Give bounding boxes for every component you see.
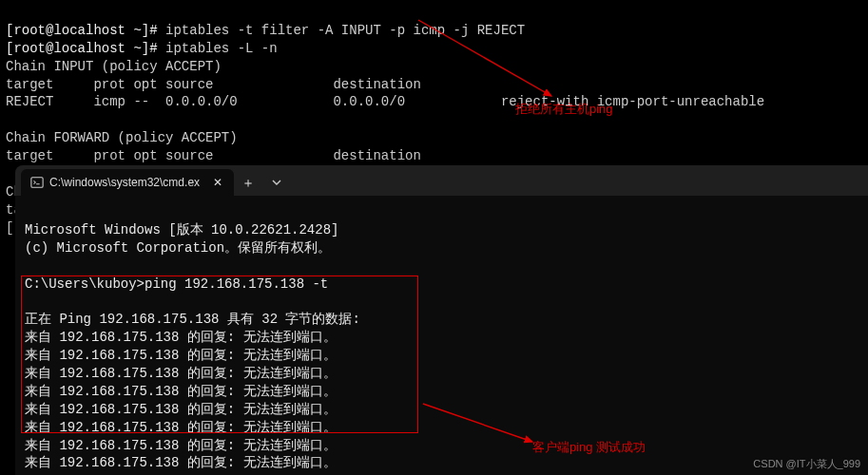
close-tab-button[interactable]: ✕ [211, 176, 224, 189]
rule-row: REJECT icmp -- 0.0.0.0/0 0.0.0.0/0 rejec… [6, 94, 764, 109]
ping-reply: 来自 192.168.175.138 的回复: 无法连到端口。 [25, 402, 337, 417]
ping-reply: 来自 192.168.175.138 的回复: 无法连到端口。 [25, 438, 337, 453]
tab-title: C:\windows\system32\cmd.ex [49, 175, 200, 190]
ping-reply: 来自 192.168.175.138 的回复: 无法连到端口。 [25, 330, 337, 345]
table-header: target prot opt source destination [6, 148, 421, 163]
table-header: target prot opt source destination [6, 77, 421, 92]
linux-prompt: [root@localhost ~]# [6, 23, 165, 38]
ping-header: 正在 Ping 192.168.175.138 具有 32 字节的数据: [25, 312, 360, 327]
chevron-down-icon [272, 178, 281, 187]
cmd-prompt: C:\Users\kuboy> [25, 276, 145, 292]
watermark: CSDN @IT小菜人_999 [753, 457, 860, 471]
terminal-icon [30, 176, 44, 189]
new-tab-button[interactable]: ＋ [234, 169, 262, 196]
svg-rect-1 [31, 178, 43, 188]
ping-reply: 来自 192.168.175.138 的回复: 无法连到端口。 [25, 348, 337, 363]
ping-reply: 来自 192.168.175.138 的回复: 无法连到端口。 [25, 455, 337, 470]
chain-forward-header: Chain FORWARD (policy ACCEPT) [6, 130, 238, 145]
cmd-version: Microsoft Windows [版本 10.0.22621.2428] [25, 222, 338, 238]
annotation-bottom: 客户端ping 测试成功 [532, 439, 646, 456]
cmd-window: C:\windows\system32\cmd.ex ✕ ＋ Microsoft… [15, 165, 868, 475]
ping-reply: 来自 192.168.175.138 的回复: 无法连到端口。 [25, 366, 337, 381]
chain-input-header: Chain INPUT (policy ACCEPT) [6, 59, 222, 74]
ping-command: ping 192.168.175.138 -t [145, 276, 328, 292]
annotation-top: 拒绝所有主机ping [515, 101, 613, 118]
tab-cmd[interactable]: C:\windows\system32\cmd.ex ✕ [21, 169, 234, 196]
ping-reply: 来自 192.168.175.138 的回复: 无法连到端口。 [25, 384, 337, 399]
cmd-body[interactable]: Microsoft Windows [版本 10.0.22621.2428] (… [15, 196, 868, 475]
cutoff-text: [ [6, 220, 13, 236]
linux-cmd-2: iptables -L -n [165, 41, 278, 56]
titlebar: C:\windows\system32\cmd.ex ✕ ＋ [15, 165, 868, 196]
linux-cmd-1: iptables -t filter -A INPUT -p icmp -j R… [165, 23, 525, 38]
linux-prompt: [root@localhost ~]# [6, 41, 165, 56]
cmd-copyright: (c) Microsoft Corporation。保留所有权利。 [25, 240, 331, 256]
ping-reply: 来自 192.168.175.138 的回复: 无法连到端口。 [25, 420, 337, 435]
tab-dropdown-button[interactable] [262, 169, 291, 196]
